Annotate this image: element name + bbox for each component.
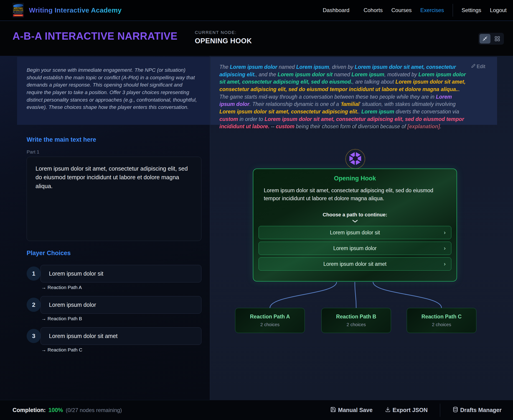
choice-number-badge: 2 [27,298,41,312]
prompt-segment: Lorem ipsum dolor sit amet, consectetur … [220,109,359,115]
child-node-title: Reaction Path B [336,314,376,320]
prompt-segment: Lorem ipsum [361,109,394,115]
logo-line1: WRITING [14,7,23,9]
editor-column: Begin your scene with immediate engageme… [0,56,210,400]
opening-hook-node[interactable]: Opening Hook Lorem ipsum dolor sit amet,… [253,169,457,282]
scene-prompt-panel: The Lorem ipsum dolor named Lorem ipsum,… [210,57,497,125]
write-heading: Write the main text here [27,136,96,143]
footer-divider [440,404,440,417]
choice-input-2[interactable] [41,296,201,314]
nav-item-courses[interactable]: Courses [391,7,411,14]
root-node-marker[interactable] [345,149,365,169]
nav-item-dashboard[interactable]: Dashboard [323,7,349,14]
child-node-subtitle: 2 choices [432,322,451,327]
prompt-segment: Lorem ipsum dolor [230,64,277,70]
drafts-manager-button[interactable]: Drafts Manager [453,406,502,414]
choice-input-3[interactable] [41,327,201,345]
nav-items: Dashboard Cohorts Courses Exercises Sett… [323,4,507,17]
nav-item-logout[interactable]: Logout [490,7,507,14]
chevron-right-icon: › [444,229,446,236]
collapse-arrows-icon [482,36,488,42]
choice-path-label-1: → Reaction Path A [41,285,82,290]
collapse-view-button[interactable] [480,34,491,44]
completion-status: Completion: 100% (0/27 nodes remaining) [13,407,122,413]
logo-line3: ACADEMY [13,11,23,13]
prompt-segment: named [277,64,296,70]
reaction-path-c-node[interactable]: Reaction Path C 2 choices [407,308,476,333]
nav-item-cohorts[interactable]: Cohorts [363,7,383,14]
page-header: A-B-A INTERACTIVE NARRATIVE CURRENT NODE… [0,21,513,56]
footer-actions: Manual Save Export JSON [330,404,502,417]
node-options: Lorem ipsum dolor sit › Lorem ipsum dolo… [258,226,451,270]
prompt-segment: Lorem ipsum [352,72,384,77]
current-node-name: OPENING HOOK [195,37,252,45]
prompt-segment: Lorem ipsum [296,64,329,70]
child-node-subtitle: 2 choices [260,322,280,327]
prompt-segment: . [359,109,361,115]
manual-save-button[interactable]: Manual Save [330,406,372,414]
child-node-title: Reaction Path A [250,314,290,320]
choose-path-label: Choose a path to continue: [253,212,457,218]
edit-label: Edit [476,63,485,70]
node-option-1[interactable]: Lorem ipsum dolor sit › [258,226,451,239]
child-node-subtitle: 2 choices [347,322,366,327]
child-node-title: Reaction Path C [422,314,462,320]
app-root: WRITING INTERACTIVE ACADEMY Writing Inte… [0,0,513,420]
page-title: A-B-A INTERACTIVE NARRATIVE [13,30,177,42]
edit-prompt-button[interactable]: Edit [471,63,485,70]
logo-subline [14,14,22,14]
download-icon [385,406,391,414]
completion-value: 100% [49,407,63,413]
pencil-icon [471,63,476,70]
prompt-segment: . Their relationship dynamic is one of a… [249,101,342,107]
current-node-block: CURRENT NODE: OPENING HOOK [195,30,252,45]
academy-logo: WRITING INTERACTIVE ACADEMY [13,3,24,18]
chevron-down-icon [253,220,457,223]
part-label: Part 1 [27,149,39,155]
nav-item-settings[interactable]: Settings [462,7,481,14]
grid-icon [494,36,500,42]
logo-banner [13,14,23,16]
node-option-3[interactable]: Lorem ipsum dolor sit amet › [258,257,451,270]
choice-number-badge: 3 [27,329,41,343]
grid-view-button[interactable] [492,34,503,44]
node-body-text: Lorem ipsum dolor sit amet, consectetur … [264,187,446,203]
brand-wrap: WRITING INTERACTIVE ACADEMY Writing Inte… [13,3,122,18]
manual-save-label: Manual Save [338,407,372,413]
prompt-segment: custom [220,116,238,122]
node-option-2[interactable]: Lorem ipsum dolor › [258,242,451,255]
prompt-segment: , driven by [329,64,355,70]
main-content: Begin your scene with immediate engageme… [0,56,513,400]
status-footer: Completion: 100% (0/27 nodes remaining) … [0,400,513,420]
choice-path-label-3: → Reaction Path C [41,347,82,352]
export-json-label: Export JSON [393,407,428,413]
brand-title: Writing Interactive Academy [29,6,122,14]
prompt-segment: The [220,64,230,70]
main-text-input[interactable]: Lorem ipsum dolor sit amet, consectetur … [27,157,201,241]
reaction-path-a-node[interactable]: Reaction Path A 2 choices [235,308,305,333]
completion-label: Completion: [13,407,46,413]
option-label: Lorem ipsum dolor sit amet [323,261,387,267]
prompt-segment: diverts the conversation via [394,109,459,115]
top-navbar: WRITING INTERACTIVE ACADEMY Writing Inte… [0,0,513,21]
chevron-right-icon: › [444,261,446,267]
export-json-button[interactable]: Export JSON [385,406,428,414]
reaction-path-b-node[interactable]: Reaction Path B 2 choices [321,308,391,333]
view-toggle-group [478,33,504,45]
save-icon [330,406,336,414]
narrative-graph: Opening Hook Lorem ipsum dolor sit amet,… [210,125,513,400]
node-title: Opening Hook [253,175,457,182]
prompt-segment: Lorem ipsum dolor sit [278,72,333,77]
prompt-segment: , motivated by [384,72,418,77]
drafts-manager-label: Drafts Manager [460,407,502,413]
database-icon [453,406,458,414]
graph-edges [210,282,513,308]
choice-input-1[interactable] [41,265,201,282]
graph-column: The Lorem ipsum dolor named Lorem ipsum,… [210,56,513,400]
prompt-segment: in order to [238,116,264,122]
nav-item-exercises[interactable]: Exercises [420,7,444,14]
instructions-panel: Begin your scene with immediate engageme… [17,57,210,125]
choice-path-label-2: → Reaction Path B [41,316,82,321]
prompt-segment: named [332,72,352,77]
prompt-segment: familial [341,101,359,107]
